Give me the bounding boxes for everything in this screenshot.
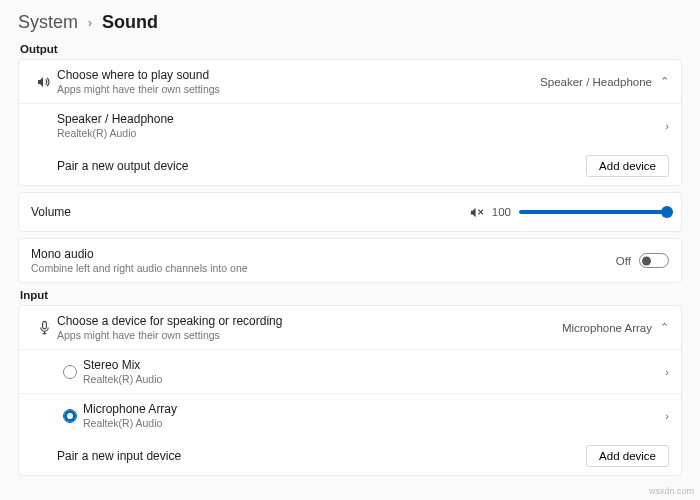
breadcrumb: System › Sound (18, 12, 682, 33)
input-device-row[interactable]: Stereo Mix Realtek(R) Audio › (19, 350, 681, 394)
mono-row[interactable]: Mono audio Combine left and right audio … (19, 239, 681, 282)
input-choose-sub: Apps might have their own settings (57, 329, 562, 341)
output-choose-row[interactable]: Choose where to play sound Apps might ha… (19, 60, 681, 104)
mono-sub: Combine left and right audio channels in… (31, 262, 616, 274)
input-device-driver: Realtek(R) Audio (83, 417, 665, 429)
volume-label: Volume (31, 205, 469, 219)
add-input-device-button[interactable]: Add device (586, 445, 669, 467)
input-device-list: Stereo Mix Realtek(R) Audio › Microphone… (19, 350, 681, 437)
input-choose-title: Choose a device for speaking or recordin… (57, 314, 562, 328)
mono-title: Mono audio (31, 247, 616, 261)
output-device-row[interactable]: Speaker / Headphone Realtek(R) Audio › (19, 104, 681, 147)
mono-toggle[interactable] (639, 253, 669, 268)
chevron-right-icon: › (665, 366, 669, 378)
radio-unselected-icon[interactable] (63, 365, 77, 379)
volume-slider[interactable] (519, 210, 669, 214)
radio-selected-icon[interactable] (63, 409, 77, 423)
volume-row[interactable]: Volume 100 (19, 193, 681, 231)
output-choose-sub: Apps might have their own settings (57, 83, 540, 95)
input-device-driver: Realtek(R) Audio (83, 373, 665, 385)
output-choose-value: Speaker / Headphone (540, 76, 652, 88)
volume-panel: Volume 100 (18, 192, 682, 232)
microphone-icon (31, 320, 57, 335)
output-section-label: Output (20, 43, 682, 55)
volume-value: 100 (492, 206, 511, 218)
speaker-icon (31, 74, 57, 90)
output-device-name: Speaker / Headphone (57, 112, 665, 126)
page-title: Sound (102, 12, 158, 33)
mono-state-label: Off (616, 255, 631, 267)
chevron-right-icon: › (665, 120, 669, 132)
input-device-name: Microphone Array (83, 402, 665, 416)
volume-slider-thumb[interactable] (661, 206, 673, 218)
input-pair-title: Pair a new input device (57, 449, 586, 463)
mono-panel: Mono audio Combine left and right audio … (18, 238, 682, 283)
input-choose-value: Microphone Array (562, 322, 652, 334)
breadcrumb-root[interactable]: System (18, 12, 78, 33)
input-device-row[interactable]: Microphone Array Realtek(R) Audio › (19, 394, 681, 437)
chevron-right-icon: › (665, 410, 669, 422)
input-panel: Choose a device for speaking or recordin… (18, 305, 682, 476)
svg-rect-0 (42, 321, 46, 329)
output-panel: Choose where to play sound Apps might ha… (18, 59, 682, 186)
input-section-label: Input (20, 289, 682, 301)
output-pair-row: Pair a new output device Add device (19, 147, 681, 185)
output-pair-title: Pair a new output device (57, 159, 586, 173)
chevron-right-icon: › (88, 16, 92, 30)
output-device-driver: Realtek(R) Audio (57, 127, 665, 139)
add-output-device-button[interactable]: Add device (586, 155, 669, 177)
input-choose-row[interactable]: Choose a device for speaking or recordin… (19, 306, 681, 350)
watermark: wsxdn.com (649, 486, 694, 496)
output-choose-title: Choose where to play sound (57, 68, 540, 82)
mute-icon[interactable] (469, 205, 484, 220)
output-device-list: Speaker / Headphone Realtek(R) Audio › (19, 104, 681, 147)
input-device-name: Stereo Mix (83, 358, 665, 372)
chevron-up-icon: ⌃ (660, 75, 669, 88)
input-pair-row: Pair a new input device Add device (19, 437, 681, 475)
chevron-up-icon: ⌃ (660, 321, 669, 334)
